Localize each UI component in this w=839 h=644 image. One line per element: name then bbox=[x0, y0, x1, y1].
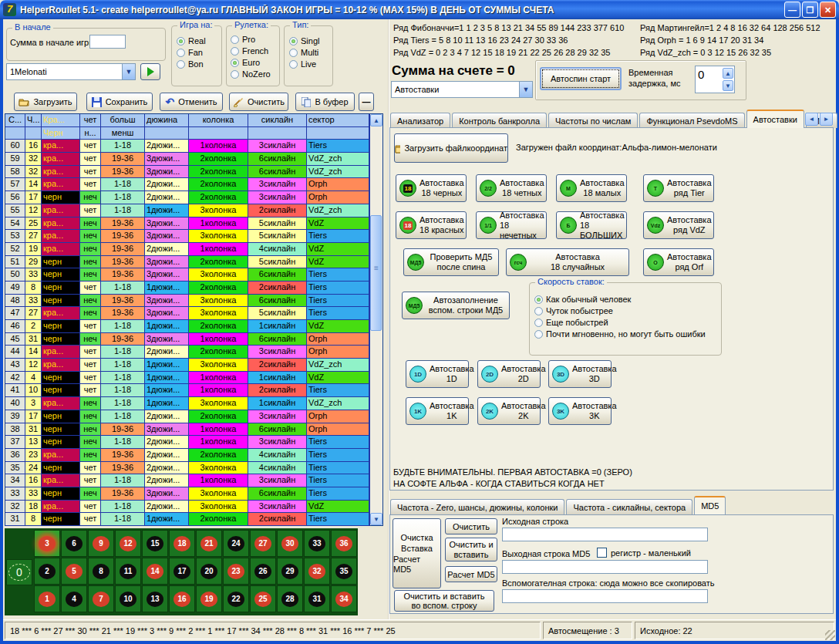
radio-icon[interactable] bbox=[231, 35, 239, 44]
autostavka-button[interactable]: MАвтоставка18 малых bbox=[556, 174, 627, 202]
radio-game-on[interactable]: Real bbox=[177, 36, 217, 46]
autostavka-button[interactable]: 2KАвтоставка2K bbox=[477, 397, 541, 425]
tab-анализатор[interactable]: Анализатор bbox=[390, 113, 450, 128]
radio-type[interactable]: Multi bbox=[289, 48, 328, 57]
board-cell-31[interactable]: 31 bbox=[304, 585, 330, 612]
tab-частота-сиклайны-сектора[interactable]: Частота - сиклайны, сектора bbox=[566, 499, 692, 514]
tab-контроль-банкролла[interactable]: Контроль банкролла bbox=[452, 113, 547, 128]
md5-calc-button[interactable]: Расчет MD5 bbox=[445, 566, 497, 582]
radio-icon[interactable] bbox=[177, 49, 185, 57]
tab-md5[interactable]: MD5 bbox=[694, 496, 726, 514]
load-button[interactable]: Загрузить bbox=[14, 93, 77, 111]
radio-icon[interactable] bbox=[534, 330, 543, 339]
tab-функционал-psevdoms[interactable]: Функционал PsevdoMS bbox=[639, 113, 744, 128]
scrollbar-thumb[interactable] bbox=[370, 215, 382, 331]
board-cell-30[interactable]: 30 bbox=[277, 530, 303, 557]
table-scrollbar[interactable]: ▲ ▼ bbox=[369, 114, 382, 525]
board-cell-13[interactable]: 13 bbox=[142, 585, 168, 612]
radio-bet-speed[interactable]: Почти мгновенно, но могут быть ошибки bbox=[534, 329, 716, 339]
board-cell-24[interactable]: 24 bbox=[223, 530, 249, 557]
radio-icon[interactable] bbox=[177, 37, 185, 46]
copy-buffer-button[interactable]: В буфер bbox=[295, 93, 355, 111]
autostavka-button[interactable]: 2DАвтоставка2D bbox=[477, 360, 541, 388]
radio-type[interactable]: Live bbox=[289, 59, 328, 69]
board-cell-29[interactable]: 29 bbox=[277, 558, 303, 585]
autostavka-button[interactable]: 3DАвтоставка3D bbox=[548, 360, 612, 388]
radio-icon[interactable] bbox=[534, 319, 543, 327]
resize-grip[interactable] bbox=[825, 630, 835, 640]
radio-icon[interactable] bbox=[289, 60, 298, 69]
radio-icon[interactable] bbox=[534, 295, 543, 304]
scroll-up-icon[interactable]: ▲ bbox=[370, 114, 382, 126]
board-cell-17[interactable]: 17 bbox=[169, 558, 195, 585]
board-cell-16[interactable]: 16 bbox=[169, 585, 195, 612]
minimize-button[interactable]: — bbox=[784, 2, 800, 18]
md5-aux-input[interactable] bbox=[502, 589, 708, 603]
radio-roulette[interactable]: Pro bbox=[231, 35, 275, 44]
scroll-down-icon[interactable]: ▼ bbox=[370, 513, 382, 525]
board-cell-27[interactable]: 27 bbox=[250, 530, 276, 557]
board-cell-23[interactable]: 23 bbox=[223, 558, 249, 585]
md5-register-checkbox[interactable]: регистр - маленький bbox=[597, 548, 691, 558]
scrollbar-track[interactable] bbox=[370, 126, 382, 513]
tab-автоставки[interactable]: Автоставки bbox=[746, 110, 804, 128]
md5-clear-paste-button[interactable]: Очистить и вставить bbox=[445, 538, 497, 561]
maximize-button[interactable]: ❐ bbox=[802, 2, 818, 18]
radio-roulette[interactable]: Euro bbox=[231, 58, 275, 67]
tab-scroll-left-icon[interactable]: ◄ bbox=[805, 113, 818, 126]
start-sum-input[interactable] bbox=[89, 35, 126, 49]
autostavka-button[interactable]: 18Автоставка18 черных bbox=[396, 174, 467, 202]
radio-game-on[interactable]: Bon bbox=[177, 59, 217, 69]
board-cell-5[interactable]: 5 bbox=[61, 558, 87, 585]
minus-button[interactable]: — bbox=[359, 93, 374, 111]
board-cell-3[interactable]: 3 bbox=[34, 530, 60, 557]
board-cell-22[interactable]: 22 bbox=[223, 585, 249, 612]
md5-output-input[interactable] bbox=[502, 560, 708, 574]
tab-частоты-по-числам[interactable]: Частоты по числам bbox=[548, 113, 638, 128]
autostavka-button[interactable]: 1/1Автоставка18 нечетных bbox=[476, 211, 547, 239]
autostavka-button[interactable]: 2/2Автоставка18 четных bbox=[476, 174, 547, 202]
board-cell-9[interactable]: 9 bbox=[88, 530, 114, 557]
board-cell-36[interactable]: 36 bbox=[331, 530, 357, 557]
load-coords-button[interactable]: Загрузить файлкоординат bbox=[394, 133, 508, 163]
board-cell-18[interactable]: 18 bbox=[169, 530, 195, 557]
board-cell-2[interactable]: 2 bbox=[34, 558, 60, 585]
spinner-up-icon[interactable]: ▲ bbox=[723, 68, 733, 79]
board-cell-21[interactable]: 21 bbox=[196, 530, 222, 557]
board-cell-33[interactable]: 33 bbox=[304, 530, 330, 557]
board-cell-6[interactable]: 6 bbox=[61, 530, 87, 557]
radio-roulette[interactable]: NoZero bbox=[231, 69, 275, 79]
radio-icon[interactable] bbox=[534, 307, 543, 315]
radio-icon[interactable] bbox=[289, 49, 298, 57]
board-cell-15[interactable]: 15 bbox=[142, 530, 168, 557]
radio-icon[interactable] bbox=[231, 70, 239, 79]
board-cell-11[interactable]: 11 bbox=[115, 558, 141, 585]
spinner-down-icon[interactable]: ▼ bbox=[723, 80, 733, 91]
chevron-down-icon[interactable]: ▼ bbox=[519, 82, 532, 97]
board-cell-8[interactable]: 8 bbox=[88, 558, 114, 585]
md5-source-input[interactable] bbox=[502, 528, 708, 541]
chevron-down-icon[interactable]: ▼ bbox=[122, 64, 135, 79]
checkbox-icon[interactable] bbox=[597, 548, 607, 558]
autostavka-button[interactable]: 1KАвтоставка1K bbox=[406, 397, 469, 425]
board-cell-zero[interactable]: 0 bbox=[6, 559, 32, 585]
board-cell-35[interactable]: 35 bbox=[331, 558, 357, 585]
autobet-mode-combo[interactable]: Автоставки ▼ bbox=[391, 81, 533, 98]
board-cell-19[interactable]: 19 bbox=[196, 585, 222, 612]
radio-icon[interactable] bbox=[231, 47, 239, 56]
save-button[interactable]: Сохранить bbox=[86, 93, 153, 111]
autostavka-button[interactable]: OАвтоставкаряд Orf bbox=[643, 248, 714, 276]
autostavka-button[interactable]: VdzАвтоставкаряд VdZ bbox=[643, 211, 714, 239]
radio-icon[interactable] bbox=[231, 59, 239, 67]
board-cell-28[interactable]: 28 bbox=[277, 585, 303, 612]
md5-clear-button[interactable]: Очистить bbox=[445, 518, 497, 534]
autostavka-button[interactable]: МД5Автозаполнениевспом. строки МД5 bbox=[402, 292, 510, 319]
board-cell-4[interactable]: 4 bbox=[61, 585, 87, 612]
board-cell-32[interactable]: 32 bbox=[304, 558, 330, 585]
autospin-start-button[interactable]: Автоспин старт bbox=[540, 67, 622, 90]
close-button[interactable]: ✕ bbox=[820, 2, 836, 18]
radio-roulette[interactable]: French bbox=[231, 46, 275, 56]
board-cell-1[interactable]: 1 bbox=[34, 585, 60, 612]
radio-bet-speed[interactable]: Еще побыстрей bbox=[534, 318, 716, 327]
tab-частота-zero-шансы-дюжины-колонки[interactable]: Частота - Zero, шансы, дюжины, колонки bbox=[390, 499, 564, 514]
